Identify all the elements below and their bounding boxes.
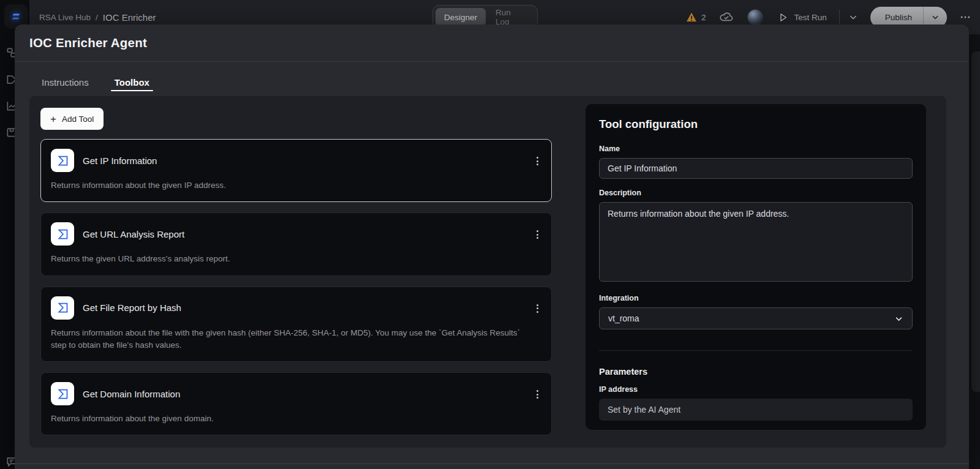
- modal-header: IOC Enricher Agent: [15, 24, 969, 62]
- chevron-down-icon[interactable]: [848, 12, 858, 22]
- config-title: Tool configuration: [599, 118, 913, 131]
- divider: [599, 350, 913, 351]
- tool-name: Get IP Information: [83, 156, 157, 166]
- integration-label: Integration: [599, 294, 913, 302]
- more-options-icon[interactable]: [959, 11, 971, 23]
- add-tool-button[interactable]: + Add Tool: [40, 108, 104, 130]
- tab-run-log[interactable]: Run Log: [487, 8, 535, 26]
- description-label: Description: [599, 189, 913, 197]
- tool-description: Returns the given URL address's analysis…: [51, 253, 541, 265]
- tool-name: Get File Report by Hash: [83, 302, 181, 313]
- tab-instructions[interactable]: Instructions: [42, 77, 89, 96]
- warning-count: 2: [701, 13, 706, 22]
- tool-menu-icon[interactable]: [532, 389, 543, 400]
- tool-configuration-panel: Tool configuration Name Description Inte…: [586, 104, 926, 430]
- plus-icon: +: [50, 114, 56, 124]
- virustotal-icon: [51, 222, 74, 246]
- chevron-down-icon: [931, 13, 940, 21]
- tool-list: Get IP Information Returns information a…: [40, 139, 552, 435]
- test-run-button[interactable]: Test Run: [778, 12, 826, 23]
- tool-menu-icon[interactable]: [532, 156, 543, 167]
- tool-name: Get Domain Information: [83, 389, 180, 399]
- toolbox-panel: + Add Tool Get IP Information Returns in…: [29, 96, 946, 448]
- tool-name: Get URL Analysis Report: [83, 229, 184, 239]
- cloud-sync-icon[interactable]: [719, 12, 734, 23]
- modal-title: IOC Enricher Agent: [29, 36, 147, 50]
- publish-button[interactable]: Publish: [870, 13, 923, 22]
- chevron-down-icon: [894, 314, 903, 323]
- test-run-label: Test Run: [794, 13, 826, 22]
- breadcrumb-root[interactable]: RSA Live Hub: [39, 13, 91, 22]
- ip-address-input[interactable]: [599, 399, 913, 421]
- modal-footer-divider: [15, 463, 969, 464]
- play-icon: [778, 12, 788, 23]
- modal-tabs: Instructions Toolbox: [15, 62, 969, 96]
- virustotal-icon: [51, 149, 74, 172]
- warning-icon: [686, 12, 697, 22]
- tool-menu-icon[interactable]: [532, 229, 543, 240]
- tool-card-get-domain-information[interactable]: Get Domain Information Returns informati…: [40, 372, 552, 435]
- tool-card-get-url-analysis-report[interactable]: Get URL Analysis Report Returns the give…: [40, 212, 552, 276]
- ip-address-label: IP address: [599, 385, 913, 394]
- tool-description: Returns information about the given doma…: [51, 413, 541, 425]
- tool-card-get-ip-information[interactable]: Get IP Information Returns information a…: [40, 139, 552, 202]
- tool-menu-icon[interactable]: [532, 303, 543, 314]
- description-input[interactable]: [599, 202, 913, 282]
- virustotal-icon: [51, 296, 74, 320]
- background-panel-edge: [971, 51, 980, 392]
- brand-logo-icon: [9, 10, 23, 23]
- user-avatar[interactable]: [747, 9, 763, 25]
- integration-select[interactable]: vt_roma: [599, 307, 913, 329]
- breadcrumb-separator: /: [96, 13, 98, 22]
- divider: [839, 10, 840, 24]
- agent-editor-modal: IOC Enricher Agent Instructions Toolbox …: [15, 24, 969, 469]
- tab-designer[interactable]: Designer: [435, 8, 486, 26]
- integration-value: vt_roma: [608, 313, 639, 323]
- breadcrumb-current: IOC Enricher: [103, 12, 156, 23]
- tool-description: Returns information about the file with …: [51, 327, 541, 352]
- tool-description: Returns information about the given IP a…: [51, 179, 541, 192]
- name-label: Name: [599, 144, 913, 153]
- name-input[interactable]: [599, 158, 913, 179]
- tool-card-get-file-report-by-hash[interactable]: Get File Report by Hash Returns informat…: [40, 287, 552, 362]
- tab-toolbox[interactable]: Toolbox: [115, 77, 149, 96]
- validation-warnings[interactable]: 2: [686, 12, 706, 22]
- virustotal-icon: [51, 382, 74, 405]
- parameters-title: Parameters: [599, 367, 913, 377]
- add-tool-label: Add Tool: [62, 114, 94, 124]
